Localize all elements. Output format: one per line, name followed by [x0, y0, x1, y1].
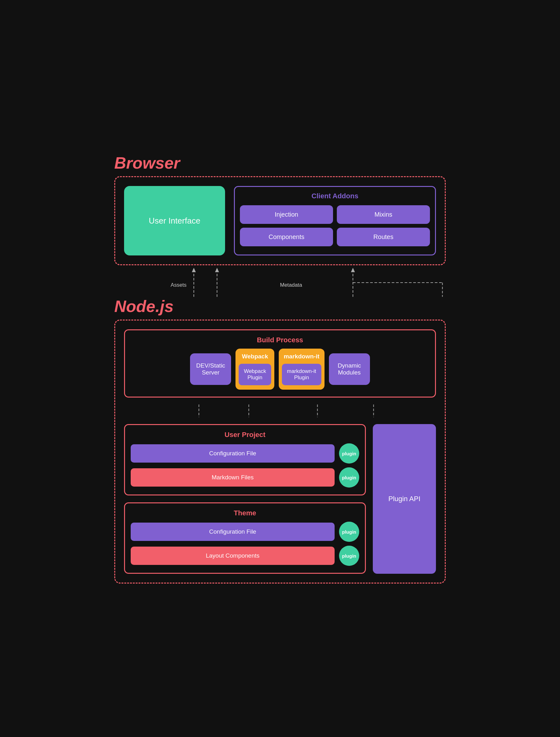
- assets-arrowhead-2: [215, 268, 219, 272]
- bp-connector-svg: [124, 405, 436, 417]
- assets-text: Assets: [171, 282, 187, 288]
- lower-left: User Project Configuration File plugin M…: [124, 424, 366, 574]
- nodejs-inner: Build Process DEV/StaticServer Webpack W…: [124, 329, 436, 574]
- bp-webpack-top: Webpack: [242, 352, 268, 360]
- bp-dynamic-modules: DynamicModules: [329, 353, 370, 385]
- addon-components: Components: [240, 228, 333, 246]
- bp-connector-area: [124, 405, 436, 417]
- user-project-markdown-files: Markdown Files: [131, 468, 335, 487]
- plugin-api-box: Plugin API: [373, 424, 436, 574]
- theme-config-row: Configuration File plugin: [131, 522, 359, 542]
- user-project-plugin-2: plugin: [339, 467, 359, 488]
- client-addons-box: Client Addons Injection Mixins Component…: [234, 186, 436, 255]
- bp-webpack-plugin: WebpackPlugin: [239, 364, 271, 385]
- browser-inner: User Interface Client Addons Injection M…: [124, 186, 436, 255]
- plugin-api-label: Plugin API: [388, 495, 420, 503]
- bp-dev-static: DEV/StaticServer: [190, 353, 231, 385]
- build-process-items: DEV/StaticServer Webpack WebpackPlugin m…: [131, 348, 429, 390]
- addons-grid: Injection Mixins Components Routes: [240, 205, 430, 246]
- lower-section: User Project Configuration File plugin M…: [124, 424, 436, 574]
- connector-browser-nodejs: Assets Metadata: [114, 265, 446, 297]
- browser-section: Browser User Interface Client Addons Inj…: [114, 153, 446, 265]
- build-process-box: Build Process DEV/StaticServer Webpack W…: [124, 329, 436, 398]
- metadata-text: Metadata: [280, 282, 302, 288]
- browser-label: Browser: [114, 153, 446, 172]
- addon-injection: Injection: [240, 205, 333, 224]
- user-project-config-file: Configuration File: [131, 444, 335, 463]
- client-addons-title: Client Addons: [240, 192, 430, 200]
- architecture-diagram: Browser User Interface Client Addons Inj…: [114, 153, 446, 584]
- user-project-config-row: Configuration File plugin: [131, 443, 359, 464]
- nodejs-label: Node.js: [114, 297, 446, 316]
- theme-title: Theme: [131, 509, 359, 517]
- bp-markdown-plugin: markdown-itPlugin: [282, 364, 321, 385]
- user-interface-label: User Interface: [149, 216, 200, 226]
- bp-markdown-top: markdown-it: [284, 352, 319, 360]
- theme-plugin-1: plugin: [339, 522, 359, 542]
- user-project-title: User Project: [131, 431, 359, 439]
- assets-arrowhead: [192, 268, 196, 272]
- bp-markdown-group: markdown-it markdown-itPlugin: [279, 348, 325, 390]
- user-interface-box: User Interface: [124, 186, 225, 255]
- user-project-box: User Project Configuration File plugin M…: [124, 424, 366, 496]
- theme-box: Theme Configuration File plugin Layout C…: [124, 502, 366, 574]
- user-project-markdown-row: Markdown Files plugin: [131, 467, 359, 488]
- theme-layout-components: Layout Components: [131, 547, 335, 565]
- nodejs-dashed-box: Build Process DEV/StaticServer Webpack W…: [114, 319, 446, 584]
- theme-layout-row: Layout Components plugin: [131, 546, 359, 566]
- addon-mixins: Mixins: [337, 205, 430, 224]
- metadata-arrowhead: [351, 268, 355, 272]
- theme-config-file: Configuration File: [131, 523, 335, 541]
- addon-routes: Routes: [337, 228, 430, 246]
- bp-webpack-group: Webpack WebpackPlugin: [235, 348, 274, 390]
- build-process-title: Build Process: [131, 336, 429, 344]
- browser-dashed-box: User Interface Client Addons Injection M…: [114, 176, 446, 265]
- user-project-plugin-1: plugin: [339, 443, 359, 464]
- theme-plugin-2: plugin: [339, 546, 359, 566]
- connector-svg-1: Assets Metadata: [114, 265, 446, 297]
- nodejs-section: Node.js Build Process DEV/StaticServer W…: [114, 297, 446, 584]
